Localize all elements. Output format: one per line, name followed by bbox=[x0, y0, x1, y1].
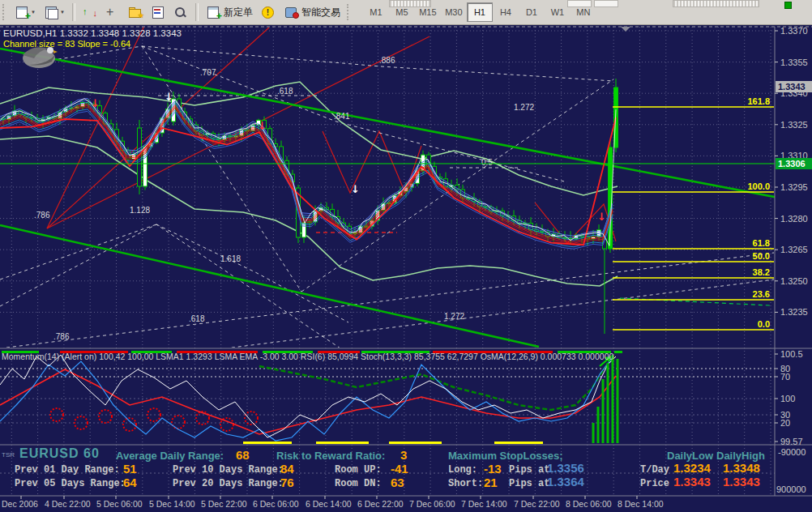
fib-label: 23.6 bbox=[753, 289, 770, 299]
ratio-annotation: .841 bbox=[334, 112, 350, 121]
chart-canvas[interactable]: ↓↓↓↓↓.886.707.618.8411.272.7861.1281.618… bbox=[0, 0, 812, 512]
yellow-dash bbox=[494, 442, 543, 444]
expert-advisor-label: 智能交易 bbox=[301, 6, 340, 19]
timeframe-button-m30[interactable]: M30 bbox=[441, 2, 467, 22]
ratio-annotation: 0.5 bbox=[481, 158, 493, 167]
ratio-annotation: .786 bbox=[34, 211, 50, 220]
expert-advisor-button[interactable]: 智能交易 bbox=[280, 2, 344, 23]
axis-label: 1.3250 bbox=[780, 276, 808, 286]
magnifier-icon bbox=[173, 6, 188, 19]
alert-button[interactable]: ! bbox=[258, 2, 279, 23]
bid-price-label: 1.3343 bbox=[778, 82, 806, 92]
main-toolbar: + ▼ ▼ ↑↓ + ★ + 新定单 ! bbox=[0, 0, 812, 25]
template-folder-icon: ★ bbox=[128, 6, 143, 19]
channel-info: Channel size = 83 Slope = -0.64 bbox=[3, 39, 130, 49]
chart-background bbox=[0, 24, 812, 512]
toolbar-fragment bbox=[673, 0, 759, 7]
toolbar-fragment bbox=[594, 0, 618, 7]
sell-arrow-icon: ↓ bbox=[258, 120, 267, 132]
zoom-button[interactable] bbox=[170, 2, 191, 23]
ratio-annotation: .886 bbox=[379, 56, 395, 65]
axis-label: 70 bbox=[780, 372, 790, 382]
yellow-dash bbox=[243, 442, 292, 444]
yellow-dash bbox=[316, 442, 369, 444]
status-dot bbox=[784, 2, 792, 9]
toolbar-separator bbox=[72, 3, 75, 21]
profiles-icon bbox=[44, 6, 58, 19]
toolbar-separator bbox=[195, 3, 199, 21]
new-chart-icon: + bbox=[15, 6, 29, 19]
axis-label: 1.3370 bbox=[780, 26, 808, 36]
timeframe-button-d1[interactable]: D1 bbox=[519, 2, 545, 22]
sell-arrow-icon: ↓ bbox=[597, 211, 606, 223]
toolbar-fragment bbox=[567, 0, 592, 7]
candle-body bbox=[302, 223, 306, 237]
axis-label: 1.3280 bbox=[780, 214, 808, 224]
indicators-list-icon bbox=[151, 6, 165, 19]
crosshair-button[interactable]: + bbox=[102, 2, 123, 23]
warning-icon: ! bbox=[261, 6, 276, 19]
white-arrow-icon: ↓ bbox=[351, 183, 360, 195]
mt4-window: + ▼ ▼ ↑↓ + ★ + 新定单 ! bbox=[0, 0, 812, 512]
signal-strip bbox=[614, 351, 622, 353]
chart-profiles-button[interactable]: ▼ bbox=[41, 2, 68, 23]
updown-arrows-icon: ↑↓ bbox=[83, 6, 97, 19]
timeframe-button-h1[interactable]: H1 bbox=[467, 2, 493, 22]
toolbar-grip[interactable] bbox=[2, 4, 8, 20]
ratio-annotation: .786 bbox=[53, 332, 70, 341]
chart-title: EURUSD,H1 1.3332 1.3348 1.3328 1.3343 bbox=[3, 28, 182, 38]
templates-button[interactable]: ★ bbox=[125, 2, 146, 23]
axis-label: 1.3355 bbox=[780, 58, 808, 67]
ratio-annotation: .618 bbox=[189, 314, 205, 323]
timeframe-button-h4[interactable]: H4 bbox=[493, 2, 519, 22]
toolbar-grip[interactable] bbox=[347, 4, 353, 20]
axis-label: 100 bbox=[780, 394, 795, 403]
axis-label: 1.3265 bbox=[780, 245, 808, 254]
sell-arrow-icon: ↓ bbox=[91, 97, 100, 109]
yellow-dash bbox=[389, 442, 442, 444]
toolbar-fragment bbox=[389, 0, 431, 7]
fib-label: 50.0 bbox=[753, 251, 770, 261]
axis-label: 1.3325 bbox=[780, 120, 808, 130]
new-order-icon: + bbox=[206, 6, 220, 19]
ratio-annotation: 1.128 bbox=[130, 206, 150, 215]
new-order-button[interactable]: + 新定单 bbox=[203, 2, 256, 23]
axis-label: 99.57 bbox=[780, 437, 803, 446]
chevron-down-icon: ▼ bbox=[60, 10, 65, 15]
fib-label: 61.8 bbox=[753, 238, 770, 248]
indicator-label: Momentum(14) (Alert on) 100,42 100,00 LS… bbox=[2, 352, 613, 361]
indicators-button[interactable] bbox=[147, 2, 169, 23]
expert-advisor-icon bbox=[284, 6, 298, 19]
axis-label: 100.5 bbox=[780, 349, 803, 359]
timeframe-button-m1[interactable]: M1 bbox=[363, 2, 389, 22]
axis-label: 20 bbox=[780, 418, 790, 428]
chevron-down-icon: ▼ bbox=[31, 10, 36, 15]
axis-label: 1.3235 bbox=[780, 307, 808, 317]
fib-label: 38.2 bbox=[753, 267, 770, 277]
crosshair-icon: + bbox=[105, 6, 120, 19]
ratio-annotation: .707 bbox=[200, 68, 216, 77]
ratio-annotation: 1.618 bbox=[220, 254, 241, 263]
fib-label: 161.8 bbox=[747, 96, 770, 106]
ratio-annotation: .618 bbox=[277, 87, 293, 96]
ratio-annotation: 1.272 bbox=[514, 103, 534, 112]
new-order-label: 新定单 bbox=[224, 6, 253, 19]
fib-label: 0.0 bbox=[758, 319, 770, 329]
tick-arrows-button[interactable]: ↑↓ bbox=[79, 2, 100, 23]
fib-label: 100.0 bbox=[747, 181, 770, 191]
candle-body bbox=[132, 154, 136, 159]
line-price-label: 1.3306 bbox=[778, 159, 806, 169]
new-chart-button[interactable]: + ▼ bbox=[11, 2, 39, 23]
white-arrow-icon: ↓ bbox=[165, 91, 173, 103]
ratio-annotation: 1.272 bbox=[444, 312, 464, 321]
axis-label: 1.3295 bbox=[780, 182, 808, 192]
